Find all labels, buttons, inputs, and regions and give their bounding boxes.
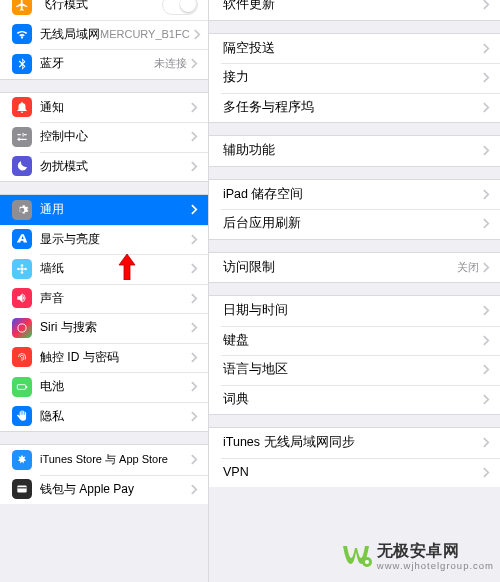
- airplane-icon: [12, 0, 32, 15]
- chevron-right-icon: [483, 262, 490, 273]
- sidebar-item-label: 隐私: [40, 408, 64, 425]
- chevron-right-icon: [191, 484, 198, 495]
- sidebar-item-label: 电池: [40, 378, 64, 395]
- detail-item-dictionary[interactable]: 词典: [209, 385, 500, 415]
- svg-rect-9: [17, 488, 26, 489]
- watermark-url: www.wjhotelgroup.com: [377, 560, 494, 571]
- detail-item-label: 语言与地区: [223, 361, 288, 378]
- sidebar-item-notifications[interactable]: 通知: [0, 93, 208, 123]
- chevron-right-icon: [483, 335, 490, 346]
- chevron-right-icon: [191, 411, 198, 422]
- detail-group-sync: iTunes 无线局域网同步 VPN: [209, 427, 500, 487]
- sidebar-item-label: 勿扰模式: [40, 158, 88, 175]
- chevron-right-icon: [483, 364, 490, 375]
- detail-item-label: iPad 储存空间: [223, 186, 304, 203]
- detail-item-label: 辅助功能: [223, 142, 275, 159]
- sidebar-item-sounds[interactable]: 声音: [0, 284, 208, 314]
- sidebar-item-label: 无线局域网: [40, 26, 100, 43]
- airplane-toggle[interactable]: [162, 0, 198, 15]
- detail-group-update: 软件更新: [209, 0, 500, 21]
- wifi-value: MERCURY_B1FC: [100, 28, 190, 40]
- sidebar-item-display[interactable]: 显示与亮度: [0, 225, 208, 255]
- sidebar-item-wallpaper[interactable]: 墙纸: [0, 254, 208, 284]
- settings-sidebar: 飞行模式 无线局域网 MERCURY_B1FC 蓝牙 未连接: [0, 0, 208, 582]
- detail-item-handoff[interactable]: 接力: [209, 63, 500, 93]
- watermark-logo-icon: [339, 538, 375, 574]
- chevron-right-icon: [483, 218, 490, 229]
- flower-icon: [12, 259, 32, 279]
- detail-item-restrictions[interactable]: 访问限制 关闭: [209, 253, 500, 283]
- detail-item-label: 日期与时间: [223, 302, 288, 319]
- detail-item-vpn[interactable]: VPN: [209, 458, 500, 488]
- detail-item-multitasking[interactable]: 多任务与程序坞: [209, 93, 500, 123]
- battery-icon: [12, 377, 32, 397]
- svg-point-3: [17, 267, 20, 270]
- siri-icon: [12, 318, 32, 338]
- svg-rect-6: [17, 384, 25, 389]
- svg-point-5: [18, 324, 26, 332]
- chevron-right-icon: [191, 161, 198, 172]
- chevron-right-icon: [483, 43, 490, 54]
- chevron-right-icon: [191, 352, 198, 363]
- svg-point-2: [21, 271, 24, 274]
- chevron-right-icon: [483, 394, 490, 405]
- bluetooth-value: 未连接: [154, 56, 187, 71]
- bell-icon: [12, 97, 32, 117]
- chevron-right-icon: [191, 102, 198, 113]
- sidebar-item-label: Siri 与搜索: [40, 319, 97, 336]
- detail-item-software-update[interactable]: 软件更新: [209, 0, 500, 20]
- sidebar-item-wallet[interactable]: 钱包与 Apple Pay: [0, 475, 208, 505]
- detail-item-keyboard[interactable]: 键盘: [209, 326, 500, 356]
- sidebar-item-touchid[interactable]: 触控 ID 与密码: [0, 343, 208, 373]
- chevron-right-icon: [483, 102, 490, 113]
- detail-item-label: 词典: [223, 391, 249, 408]
- gear-icon: [12, 200, 32, 220]
- general-detail-pane: 软件更新 隔空投送 接力 多任务与程序坞 辅助功能: [208, 0, 500, 582]
- sidebar-item-label: 控制中心: [40, 128, 88, 145]
- sidebar-item-siri[interactable]: Siri 与搜索: [0, 313, 208, 343]
- detail-item-itunes-wifi-sync[interactable]: iTunes 无线局域网同步: [209, 428, 500, 458]
- detail-item-language[interactable]: 语言与地区: [209, 355, 500, 385]
- sidebar-item-itunes-store[interactable]: iTunes Store 与 App Store: [0, 445, 208, 475]
- svg-point-1: [21, 264, 24, 267]
- chevron-right-icon: [483, 145, 490, 156]
- sidebar-group-device: 通用 显示与亮度 墙纸 声音: [0, 194, 208, 432]
- detail-item-date-time[interactable]: 日期与时间: [209, 296, 500, 326]
- watermark-brand: 无极安卓网: [377, 542, 460, 559]
- sidebar-item-dnd[interactable]: 勿扰模式: [0, 152, 208, 182]
- chevron-right-icon: [483, 189, 490, 200]
- detail-item-airdrop[interactable]: 隔空投送: [209, 34, 500, 64]
- detail-item-storage[interactable]: iPad 储存空间: [209, 180, 500, 210]
- detail-group-accessibility: 辅助功能: [209, 135, 500, 167]
- sidebar-group-store: iTunes Store 与 App Store 钱包与 Apple Pay: [0, 444, 208, 504]
- sidebar-item-label: 钱包与 Apple Pay: [40, 481, 134, 498]
- sidebar-item-airplane[interactable]: 飞行模式: [0, 0, 208, 20]
- watermark-text: 无极安卓网 www.wjhotelgroup.com: [377, 541, 494, 571]
- wallet-icon: [12, 479, 32, 499]
- detail-item-label: 多任务与程序坞: [223, 99, 314, 116]
- wifi-icon: [12, 24, 32, 44]
- chevron-right-icon: [191, 454, 198, 465]
- detail-item-background-refresh[interactable]: 后台应用刷新: [209, 209, 500, 239]
- detail-item-label: VPN: [223, 465, 249, 479]
- detail-item-label: iTunes 无线局域网同步: [223, 434, 355, 451]
- sidebar-item-wifi[interactable]: 无线局域网 MERCURY_B1FC: [0, 20, 208, 50]
- chevron-right-icon: [191, 58, 198, 69]
- sidebar-item-general[interactable]: 通用: [0, 195, 208, 225]
- appstore-icon: [12, 450, 32, 470]
- sidebar-item-battery[interactable]: 电池: [0, 372, 208, 402]
- chevron-right-icon: [483, 305, 490, 316]
- sidebar-group-connectivity: 飞行模式 无线局域网 MERCURY_B1FC 蓝牙 未连接: [0, 0, 208, 80]
- annotation-arrow-icon: [118, 254, 136, 280]
- sidebar-item-label: 飞行模式: [40, 0, 88, 13]
- detail-item-accessibility[interactable]: 辅助功能: [209, 136, 500, 166]
- sidebar-item-bluetooth[interactable]: 蓝牙 未连接: [0, 49, 208, 79]
- hand-icon: [12, 406, 32, 426]
- svg-rect-8: [17, 486, 26, 493]
- chevron-right-icon: [483, 437, 490, 448]
- sidebar-item-privacy[interactable]: 隐私: [0, 402, 208, 432]
- sidebar-item-control-center[interactable]: 控制中心: [0, 122, 208, 152]
- detail-group-continuity: 隔空投送 接力 多任务与程序坞: [209, 33, 500, 124]
- detail-group-locale: 日期与时间 键盘 语言与地区 词典: [209, 295, 500, 415]
- switches-icon: [12, 127, 32, 147]
